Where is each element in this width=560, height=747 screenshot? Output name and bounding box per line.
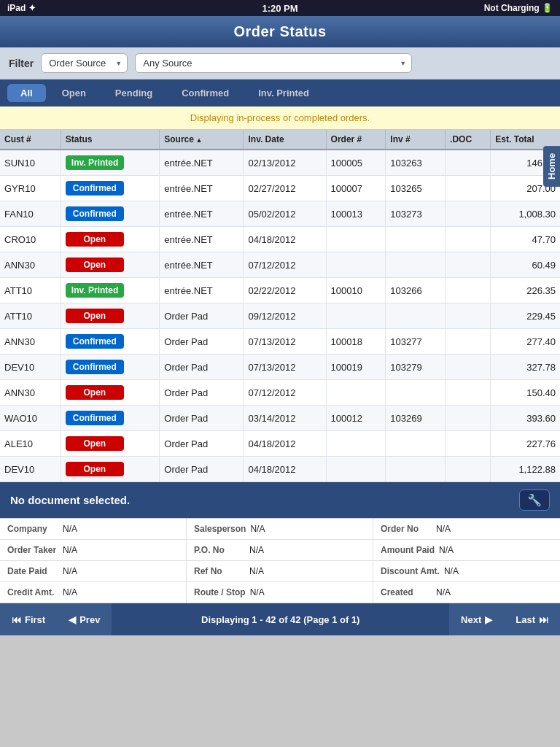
detail-label: Route / Stop: [194, 587, 246, 597]
cell-cust: ALE10: [0, 431, 61, 457]
cell-order: [326, 380, 386, 406]
pagination-bar: ⏮ First ◀ Prev Displaying 1 - 42 of 42 (…: [0, 603, 560, 635]
tab-all[interactable]: All: [7, 84, 46, 102]
detail-cell: Amount PaidN/A: [373, 540, 560, 561]
charging-label: Not Charging 🔋: [484, 3, 553, 13]
status-bar-right: Not Charging 🔋: [484, 3, 553, 13]
table-row[interactable]: ATT10 Open Order Pad 09/12/2012 229.45: [0, 303, 560, 329]
status-badge: Open: [66, 462, 124, 476]
tab-inv-printed[interactable]: Inv. Printed: [245, 84, 322, 102]
source-filter-select[interactable]: Order Source: [41, 53, 128, 73]
detail-cell: Order NoN/A: [373, 519, 560, 540]
table-row[interactable]: WAO10 Confirmed Order Pad 03/14/2012 100…: [0, 406, 560, 431]
prev-arrow-icon: ◀: [69, 614, 76, 625]
cell-doc: [446, 329, 491, 355]
first-button[interactable]: ⏮ First: [0, 603, 57, 635]
any-source-filter-select[interactable]: Any Source: [135, 53, 412, 73]
detail-label: Created: [381, 587, 432, 597]
cell-inv-date: 07/13/2012: [244, 329, 326, 355]
cell-status: Open: [61, 380, 159, 406]
tab-confirmed[interactable]: Confirmed: [168, 84, 242, 102]
cell-order: 100005: [326, 150, 386, 176]
tab-open[interactable]: Open: [49, 84, 99, 102]
no-doc-text: No document selected.: [10, 494, 130, 506]
status-bar-left: iPad ✦: [7, 3, 36, 13]
detail-cell: P.O. NoN/A: [187, 540, 373, 561]
cell-cust: SUN10: [0, 150, 61, 176]
table-row[interactable]: ANN30 Confirmed Order Pad 07/13/2012 100…: [0, 329, 560, 355]
table-row[interactable]: SUN10 Inv. Printed entrée.NET 02/13/2012…: [0, 150, 560, 176]
cell-status: Confirmed: [61, 406, 159, 431]
detail-cell: SalespersonN/A: [187, 519, 373, 540]
cell-doc: [446, 150, 491, 176]
detail-value: N/A: [436, 524, 451, 534]
col-status[interactable]: Status: [61, 130, 159, 150]
cell-inv: [386, 380, 446, 406]
cell-est-total: 60.49: [491, 252, 560, 278]
table-row[interactable]: CRO10 Open entrée.NET 04/18/2012 47.70: [0, 227, 560, 252]
col-cust[interactable]: Cust #: [0, 130, 61, 150]
orders-table: Cust # Status Source Inv. Date Order # I…: [0, 130, 560, 482]
col-doc[interactable]: .DOC: [446, 130, 491, 150]
doc-tool-button[interactable]: 🔧: [519, 489, 550, 511]
cell-status: Confirmed: [61, 201, 159, 227]
col-order[interactable]: Order #: [326, 130, 386, 150]
table-row[interactable]: ANN30 Open Order Pad 07/12/2012 150.40: [0, 380, 560, 406]
cell-source: Order Pad: [160, 457, 244, 482]
cell-est-total: 1,122.88: [491, 457, 560, 482]
status-badge: Open: [66, 309, 124, 323]
cell-inv: 103265: [386, 176, 446, 201]
status-badge: Open: [66, 232, 124, 247]
cell-inv: 103269: [386, 406, 446, 431]
last-arrow-icon: ⏭: [539, 614, 548, 625]
tab-pending[interactable]: Pending: [102, 84, 166, 102]
detail-label: Company: [7, 524, 58, 534]
source-filter-wrap[interactable]: Order Source: [41, 53, 128, 73]
table-row[interactable]: DEV10 Confirmed Order Pad 07/13/2012 100…: [0, 355, 560, 380]
table-row[interactable]: ATT10 Inv. Printed entrée.NET 02/22/2012…: [0, 278, 560, 303]
cell-inv-date: 03/14/2012: [244, 406, 326, 431]
cell-inv: [386, 252, 446, 278]
cell-doc: [446, 278, 491, 303]
first-label: First: [25, 614, 45, 625]
cell-order: 100019: [326, 355, 386, 380]
detail-cell: CompanyN/A: [0, 519, 187, 540]
cell-status: Open: [61, 252, 159, 278]
table-row[interactable]: ALE10 Open Order Pad 04/18/2012 227.76: [0, 431, 560, 457]
detail-label: P.O. No: [194, 545, 245, 555]
cell-status: Open: [61, 431, 159, 457]
col-source[interactable]: Source: [160, 130, 244, 150]
cell-est-total: 277.40: [491, 329, 560, 355]
filter-bar: Filter Order Source Any Source: [0, 47, 560, 80]
table-row[interactable]: GYR10 Confirmed entrée.NET 02/27/2012 10…: [0, 176, 560, 201]
detail-value: N/A: [63, 524, 77, 534]
next-button[interactable]: Next ▶: [449, 603, 504, 635]
table-header-row: Cust # Status Source Inv. Date Order # I…: [0, 130, 560, 150]
cell-doc: [446, 406, 491, 431]
table-container: Cust # Status Source Inv. Date Order # I…: [0, 130, 560, 482]
next-label: Next: [461, 614, 481, 625]
detail-label: Amount Paid: [381, 545, 435, 555]
table-row[interactable]: ANN30 Open entrée.NET 07/12/2012 60.49: [0, 252, 560, 278]
cell-order: 100018: [326, 329, 386, 355]
table-row[interactable]: DEV10 Open Order Pad 04/18/2012 1,122.88: [0, 457, 560, 482]
last-button[interactable]: Last ⏭: [504, 603, 560, 635]
col-inv-date[interactable]: Inv. Date: [244, 130, 326, 150]
cell-status: Confirmed: [61, 355, 159, 380]
info-banner-text: Displaying in-process or completed order…: [190, 112, 370, 123]
pagination-info: Displaying 1 - 42 of 42 (Page 1 of 1): [112, 614, 449, 625]
cell-cust: CRO10: [0, 227, 61, 252]
filter-label: Filter: [9, 58, 34, 69]
home-tab[interactable]: Home: [543, 146, 560, 187]
col-inv[interactable]: Inv #: [386, 130, 446, 150]
cell-doc: [446, 176, 491, 201]
table-row[interactable]: FAN10 Confirmed entrée.NET 05/02/2012 10…: [0, 201, 560, 227]
any-source-filter-wrap[interactable]: Any Source: [135, 53, 412, 73]
prev-button[interactable]: ◀ Prev: [57, 603, 112, 635]
cell-source: entrée.NET: [160, 150, 244, 176]
cell-order: 100010: [326, 278, 386, 303]
cell-inv-date: 07/12/2012: [244, 380, 326, 406]
cell-inv-date: 04/18/2012: [244, 431, 326, 457]
cell-est-total: 393.60: [491, 406, 560, 431]
cell-order: 100007: [326, 176, 386, 201]
